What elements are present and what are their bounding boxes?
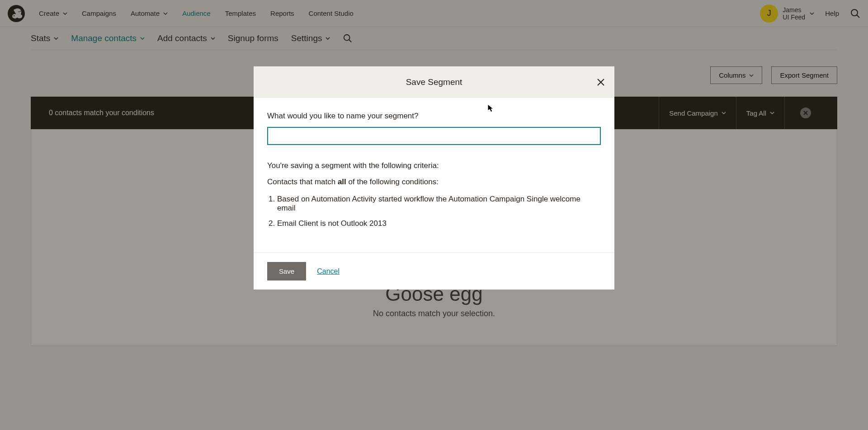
modal-footer: Save Cancel [254, 252, 614, 290]
criteria-desc: You're saving a segment with the followi… [267, 161, 601, 170]
criteria-item: Email Client is not Outlook 2013 [277, 219, 601, 228]
match-conditions-text: Contacts that match all of the following… [267, 178, 601, 187]
cancel-link[interactable]: Cancel [317, 267, 340, 276]
modal-overlay: Save Segment What would you like to name… [0, 0, 868, 346]
match-bold: all [338, 178, 346, 186]
match-prefix: Contacts that match [267, 178, 338, 186]
segment-name-label: What would you like to name your segment… [267, 112, 601, 121]
segment-name-input[interactable] [267, 127, 601, 145]
modal-body: What would you like to name your segment… [254, 98, 614, 252]
criteria-item: Based on Automation Activity started wor… [277, 195, 601, 213]
save-button[interactable]: Save [267, 262, 306, 280]
match-suffix: of the following conditions: [346, 178, 439, 186]
close-icon [596, 78, 605, 87]
modal-close-button[interactable] [596, 78, 605, 87]
save-segment-modal: Save Segment What would you like to name… [254, 66, 614, 290]
modal-title: Save Segment [406, 77, 462, 87]
modal-header: Save Segment [254, 66, 614, 98]
criteria-list: Based on Automation Activity started wor… [267, 195, 601, 228]
